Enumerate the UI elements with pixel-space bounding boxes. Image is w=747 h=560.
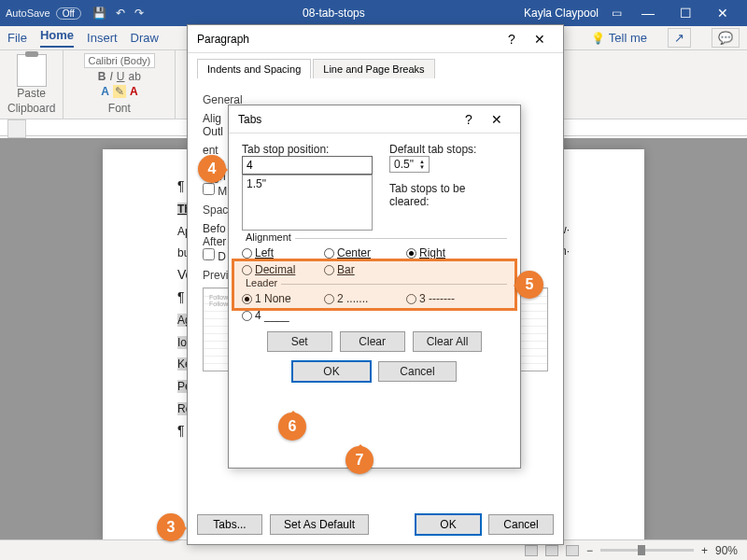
zoom-level[interactable]: 90% <box>715 544 738 557</box>
set-button[interactable]: Set <box>267 331 332 352</box>
tell-me[interactable]: 💡 Tell me <box>591 31 647 45</box>
paragraph-cancel-button[interactable]: Cancel <box>488 514 554 535</box>
tab-file[interactable]: File <box>7 31 27 45</box>
paragraph-dialog-title: Paragraph <box>197 33 249 46</box>
callout-6: 6 <box>278 413 306 441</box>
zoom-in-button[interactable]: + <box>701 544 708 557</box>
close-button[interactable]: ✕ <box>704 6 741 21</box>
font-family-select[interactable]: Calibri (Body) <box>84 53 156 68</box>
italic-button[interactable]: I <box>110 70 113 83</box>
tab-indents-spacing[interactable]: Indents and Spacing <box>197 59 311 78</box>
tab-draw[interactable]: Draw <box>131 31 159 45</box>
maximize-button[interactable]: ☐ <box>667 6 704 21</box>
save-icon[interactable]: 💾 <box>92 7 106 20</box>
align-center-radio[interactable]: Center <box>324 246 401 259</box>
tab-home[interactable]: Home <box>40 28 74 48</box>
user-name: Kayla Claypool <box>524 7 599 20</box>
read-mode-icon[interactable] <box>525 545 538 556</box>
callout-7: 7 <box>345 446 374 474</box>
leader-dots-radio[interactable]: 2 ....... <box>324 292 401 305</box>
bold-button[interactable]: B <box>98 70 106 83</box>
document-name: 08-tab-stops <box>144 7 524 20</box>
quick-access-toolbar: 💾 ↶ ↷ <box>92 7 144 20</box>
autosave-label: AutoSave <box>6 7 50 19</box>
callout-4: 4 <box>198 155 226 183</box>
dont-add-checkbox[interactable] <box>203 248 215 260</box>
text-effects-button[interactable]: A <box>101 85 109 98</box>
redo-icon[interactable]: ↷ <box>134 7 144 20</box>
autosave-toggle[interactable]: Off <box>56 7 81 20</box>
close-icon[interactable]: ✕ <box>526 32 554 47</box>
tab-stop-position-input[interactable] <box>242 156 373 175</box>
mirror-checkbox[interactable] <box>203 183 215 195</box>
tabs-dialog-title: Tabs <box>238 113 261 126</box>
leader-dashes-radio[interactable]: 3 ------- <box>406 292 483 305</box>
leader-underline-radio[interactable]: 4 ____ <box>242 309 318 322</box>
minimize-button[interactable]: — <box>629 6 667 21</box>
ribbon-options-icon[interactable]: ▭ <box>612 7 622 20</box>
tab-insert[interactable]: Insert <box>87 31 118 45</box>
tab-stop-list[interactable]: 1.5" <box>242 175 373 231</box>
tab-stop-position-label: Tab stop position: <box>242 143 373 156</box>
clear-all-button[interactable]: Clear All <box>413 331 483 352</box>
callout-5: 5 <box>515 271 543 299</box>
tab-cleared-label: Tab stops to be cleared: <box>389 182 507 208</box>
strike-button[interactable]: ab <box>129 70 141 83</box>
web-layout-icon[interactable] <box>566 545 579 556</box>
align-bar-radio[interactable]: Bar <box>324 263 401 276</box>
align-right-radio[interactable]: Right <box>406 246 483 259</box>
alignment-group: Alignment Left Center Right Decimal Bar <box>242 238 507 276</box>
tabs-cancel-button[interactable]: Cancel <box>378 361 457 382</box>
clear-button[interactable]: Clear <box>340 331 405 352</box>
align-left-radio[interactable]: Left <box>242 246 318 259</box>
font-color-button[interactable]: A <box>130 85 138 98</box>
tabs-ok-button[interactable]: OK <box>292 361 371 382</box>
font-group: Calibri (Body) B I U ab A ✎ A Font <box>63 50 176 119</box>
clipboard-group: Paste Clipboard <box>0 50 63 119</box>
tabs-help-button[interactable]: ? <box>455 112 483 127</box>
comments-button[interactable]: 💬 <box>712 28 740 48</box>
paste-label[interactable]: Paste <box>17 87 46 100</box>
tabs-close-icon[interactable]: ✕ <box>483 112 511 127</box>
print-layout-icon[interactable] <box>545 545 558 556</box>
title-bar: AutoSave Off 💾 ↶ ↷ 08-tab-stops Kayla Cl… <box>0 0 747 26</box>
callout-3: 3 <box>157 513 185 541</box>
tabs-button[interactable]: Tabs... <box>197 514 262 535</box>
leader-none-radio[interactable]: 1 None <box>242 292 318 305</box>
paste-icon[interactable] <box>17 54 47 87</box>
align-decimal-radio[interactable]: Decimal <box>242 263 318 276</box>
zoom-slider[interactable] <box>600 549 694 552</box>
default-tab-spinner[interactable]: 0.5"▲▼ <box>389 156 430 173</box>
zoom-out-button[interactable]: − <box>586 544 593 557</box>
default-tab-label: Default tab stops: <box>389 143 507 156</box>
highlight-button[interactable]: ✎ <box>113 85 126 98</box>
tab-line-breaks[interactable]: Line and Page Breaks <box>313 59 434 78</box>
paragraph-ok-button[interactable]: OK <box>416 514 481 535</box>
leader-group: Leader 1 None 2 ....... 3 ------- 4 ____ <box>242 284 507 322</box>
underline-button[interactable]: U <box>117 70 125 83</box>
help-button[interactable]: ? <box>498 32 526 47</box>
undo-icon[interactable]: ↶ <box>116 7 125 20</box>
share-button[interactable]: ↗ <box>668 28 691 48</box>
tabs-dialog: Tabs ? ✕ Tab stop position: 1.5" Default… <box>228 105 521 469</box>
set-default-button[interactable]: Set As Default <box>270 514 369 535</box>
